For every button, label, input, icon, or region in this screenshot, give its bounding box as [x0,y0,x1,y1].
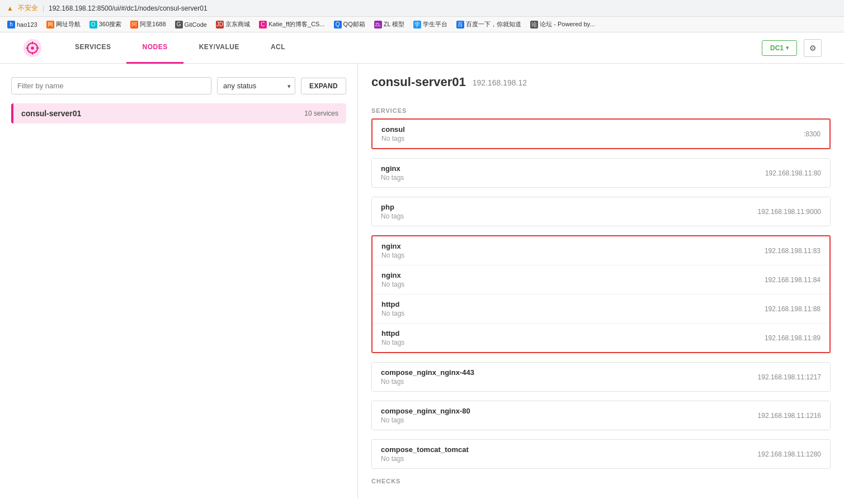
service-address: 192.168.198.11:9000 [758,208,821,216]
service-row-nginx-83[interactable]: nginx No tags 192.168.198.11:83 [373,236,829,265]
bookmark-jd[interactable]: JD 京东商城 [213,19,253,30]
service-row-php[interactable]: php No tags 192.168.198.11:9000 [372,197,830,226]
forum-icon: 论 [530,21,538,28]
service-name: php [381,203,404,211]
browser-bar: ▲ 不安全 | 192.168.198.12:8500/ui/#/dc1/nod… [0,0,844,17]
service-address: 192.168.198.11:1217 [758,373,821,381]
baidu-icon: 百 [456,21,464,28]
acl-nav-btn[interactable]: ACL [255,32,301,64]
service-tags: No tags [381,135,405,142]
service-info: compose_tomcat_tomcat No tags [381,445,469,463]
katie-icon: C [259,21,267,28]
bookmark-ali1688[interactable]: 阿 阿里1688 [128,19,168,30]
service-tags: No tags [381,212,404,220]
service-info: httpd No tags [381,300,404,317]
service-info: nginx No tags [381,242,404,259]
wangzhi-icon: 网 [46,21,54,28]
service-row-nginx-80[interactable]: nginx No tags 192.168.198.11:80 [372,159,830,187]
node-header: consul-server01 192.168.198.12 [371,75,831,96]
service-tags: No tags [381,416,470,424]
service-row-compose-nginx-80[interactable]: compose_nginx_nginx-80 No tags 192.168.1… [372,401,830,430]
service-info: httpd No tags [381,329,404,346]
service-name: compose_tomcat_tomcat [381,445,469,454]
svg-point-2 [31,46,34,49]
bookmark-qq[interactable]: Q QQ邮箱 [331,19,368,30]
service-name: nginx [381,271,404,279]
service-name: httpd [381,329,404,337]
bookmark-hao123[interactable]: h hao123 [4,20,40,30]
service-tags: No tags [381,339,404,346]
services-nav-btn[interactable]: SERVICES [59,32,126,64]
service-address: 192.168.198.11:88 [765,305,821,313]
service-group-compose-nginx-443: compose_nginx_nginx-443 No tags 192.168.… [371,362,831,392]
node-services-count: 10 services [304,110,338,117]
service-tags: No tags [381,455,469,463]
service-tags: No tags [381,280,404,288]
browser-address: 192.168.198.12:8500/ui/#/dc1/nodes/consu… [49,4,208,12]
dc-dropdown-btn[interactable]: DC1 ▾ [762,40,797,56]
gear-icon: ⚙ [809,44,817,53]
node-ip: 192.168.198.12 [473,78,527,87]
bookmark-zl[interactable]: ZL ZL 模型 [371,19,408,30]
service-info: php No tags [381,203,404,220]
service-info: nginx No tags [381,164,404,182]
service-tags: No tags [381,310,404,317]
bookmark-gitcode[interactable]: G GitCode [172,20,210,30]
bookmark-360search[interactable]: O 360搜索 [87,19,124,30]
settings-btn[interactable]: ⚙ [804,39,822,57]
service-row-compose-nginx-443[interactable]: compose_nginx_nginx-443 No tags 192.168.… [372,363,830,391]
service-address: 192.168.198.11:89 [765,334,821,342]
git-icon: G [175,21,183,28]
ali-icon: 阿 [130,21,138,28]
filter-name-input[interactable] [11,77,211,94]
left-panel: any status passing warning critical EXPA… [0,64,358,498]
service-row-nginx-84[interactable]: nginx No tags 192.168.198.11:84 [373,265,829,294]
node-list-item[interactable]: consul-server01 10 services [11,103,346,123]
main-content: any status passing warning critical EXPA… [0,64,844,498]
service-info: consul No tags [381,125,405,142]
bookmark-wangzhi[interactable]: 网 网址导航 [44,19,83,30]
service-address: 192.168.198.11:1216 [758,412,821,420]
student-icon: 学 [413,21,421,28]
service-row-httpd-89[interactable]: httpd No tags 192.168.198.11:89 [373,324,829,352]
service-address: 192.168.198.11:1280 [758,450,821,458]
service-name: nginx [381,242,404,250]
service-name: nginx [381,164,404,173]
service-row-httpd-88[interactable]: httpd No tags 192.168.198.11:88 [373,294,829,324]
service-row-compose-tomcat[interactable]: compose_tomcat_tomcat No tags 192.168.19… [372,440,830,468]
node-title: consul-server01 [371,75,466,89]
nav-bar: SERVICES NODES KEY/VALUE ACL DC1 ▾ ⚙ [0,32,844,64]
expand-btn[interactable]: EXPAND [301,78,346,94]
right-panel[interactable]: consul-server01 192.168.198.12 SERVICES … [358,64,844,498]
service-group-consul: consul No tags :8300 [371,118,831,149]
status-select-wrapper: any status passing warning critical [217,77,295,94]
status-select[interactable]: any status passing warning critical [217,77,295,94]
filter-row: any status passing warning critical EXPA… [11,77,346,94]
service-group-nginx-80: nginx No tags 192.168.198.11:80 [371,158,831,188]
consul-logo [22,38,43,58]
qq-icon: Q [334,21,342,28]
checks-section-label: CHECKS [371,478,831,484]
service-address: 192.168.198.11:83 [765,247,821,255]
bookmark-student[interactable]: 学 学生平台 [411,19,450,30]
bookmark-forum[interactable]: 论 论坛 - Powered by... [527,19,597,30]
zl-icon: ZL [374,21,382,28]
hao123-icon: h [7,21,15,28]
service-tags: No tags [381,378,474,386]
service-name: httpd [381,300,404,308]
node-name: consul-server01 [21,109,81,118]
360-icon: O [89,21,97,28]
service-info: compose_nginx_nginx-80 No tags [381,407,470,424]
service-name: compose_nginx_nginx-443 [381,368,474,377]
service-info: nginx No tags [381,271,404,288]
service-info: compose_nginx_nginx-443 No tags [381,368,474,386]
chevron-down-icon: ▾ [786,45,789,51]
insecure-label: 不安全 [18,3,38,13]
keyvalue-nav-btn[interactable]: KEY/VALUE [183,32,255,64]
service-name: consul [381,125,405,134]
service-row-consul[interactable]: consul No tags :8300 [373,120,829,148]
bookmark-baidu[interactable]: 百 百度一下，你就知道 [454,19,524,30]
service-group-php: php No tags 192.168.198.11:9000 [371,197,831,226]
nodes-nav-btn[interactable]: NODES [126,32,183,64]
bookmark-katie[interactable]: C Katie_ff的博客_CS... [256,19,328,30]
